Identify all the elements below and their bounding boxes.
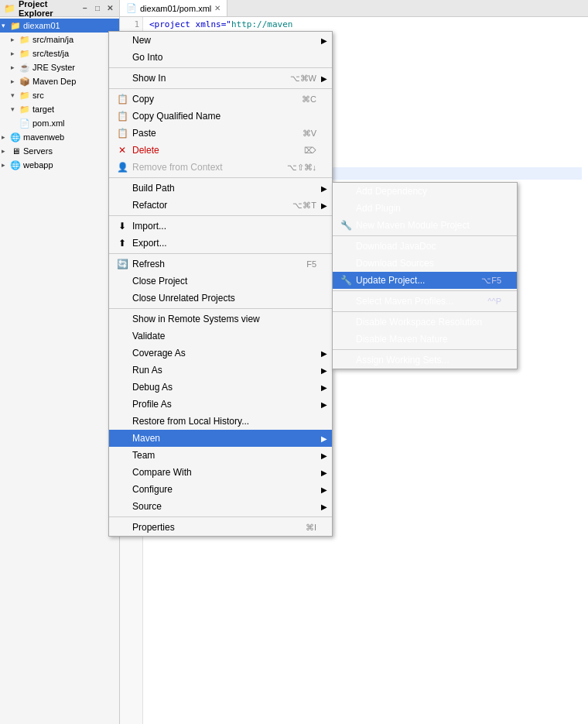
refactor-icon — [115, 199, 129, 211]
menu-item-copy-qualified[interactable]: 📋 Copy Qualified Name — [109, 108, 332, 125]
project-explorer-title: Project Explorer — [19, 0, 77, 18]
tree-item-servers[interactable]: ▸ 🖥 Servers — [0, 144, 119, 158]
menu-item-refactor[interactable]: Refactor ⌥⌘T ▶ — [109, 197, 332, 214]
tree-item-webapp[interactable]: ▸ 🌐 webapp — [0, 158, 119, 172]
menu-item-compare-with[interactable]: Compare With ▶ — [109, 464, 332, 481]
menu-item-label: Remove from Context — [132, 162, 272, 173]
tree-item-pom[interactable]: 📄 pom.xml — [0, 116, 119, 130]
menu-item-label: Maven — [132, 433, 316, 444]
menu-item-maven[interactable]: Maven ▶ Add Dependency Add Plugin 🔧 New … — [109, 430, 332, 447]
remove-context-icon: 👤 — [115, 161, 129, 173]
menu-separator — [109, 177, 332, 178]
tree-arrow: ▸ — [11, 77, 19, 85]
tree-item-label: diexam01 — [23, 21, 60, 30]
submenu-arrow: ▶ — [321, 434, 327, 443]
menu-item-label: Build Path — [132, 183, 316, 194]
submenu-select-profiles[interactable]: Select Maven Profiles... ^^P — [333, 293, 517, 310]
submenu-download-javadoc[interactable]: Download JavaDoc — [333, 238, 517, 255]
jre-icon: ☕ — [19, 61, 31, 74]
menu-item-label: Add Dependency — [356, 186, 501, 197]
menu-item-label: Show in Remote Systems view — [132, 314, 316, 324]
tree-item-label: mavenweb — [23, 132, 64, 142]
menu-item-coverage-as[interactable]: Coverage As ▶ — [109, 345, 332, 362]
tree-item-label: src/test/ja — [32, 49, 69, 58]
tree-item-diexam01[interactable]: ▾ 📁 diexam01 — [0, 19, 119, 33]
tree-item-src[interactable]: ▾ 📁 src — [0, 88, 119, 102]
submenu-disable-maven[interactable]: Disable Maven Nature — [333, 331, 517, 348]
menu-item-copy[interactable]: 📋 Copy ⌘C — [109, 91, 332, 108]
tree-item-src-test[interactable]: ▸ 📁 src/test/ja — [0, 46, 119, 60]
minimize-button[interactable]: − — [80, 3, 91, 14]
menu-item-close-project[interactable]: Close Project — [109, 273, 332, 290]
menu-item-debug-as[interactable]: Debug As ▶ — [109, 379, 332, 396]
menu-item-configure[interactable]: Configure ▶ — [109, 481, 332, 498]
menu-item-close-unrelated[interactable]: Close Unrelated Projects — [109, 290, 332, 307]
tree-arrow: ▾ — [11, 105, 19, 113]
tree-item-jre[interactable]: ▸ ☕ JRE Syster — [0, 60, 119, 74]
submenu-new-maven-module[interactable]: 🔧 New Maven Module Project — [333, 217, 517, 234]
disable-workspace-icon — [339, 316, 353, 328]
tree-arrow: ▾ — [11, 91, 19, 99]
menu-item-source[interactable]: Source ▶ — [109, 498, 332, 515]
submenu-download-sources[interactable]: Download Sources — [333, 255, 517, 272]
menu-separator — [333, 235, 517, 236]
menu-item-restore-local[interactable]: Restore from Local History... — [109, 413, 332, 430]
submenu-add-plugin[interactable]: Add Plugin — [333, 200, 517, 217]
tree-item-label: JRE Syster — [32, 63, 75, 72]
submenu-update-project[interactable]: 🔧 Update Project... ⌥F5 — [333, 272, 517, 289]
import-icon: ⬇ — [115, 220, 129, 232]
maven-menu-icon — [115, 432, 129, 444]
menu-item-label: Assign Working Sets... — [356, 355, 501, 365]
submenu-arrow: ▶ — [321, 486, 327, 494]
tree-item-label: src/main/ja — [32, 35, 74, 44]
menu-item-shortcut: F5 — [306, 259, 316, 269]
maximize-button[interactable]: □ — [92, 3, 103, 14]
menu-item-team[interactable]: Team ▶ — [109, 447, 332, 464]
export-icon: ⬆ — [115, 237, 129, 249]
menu-item-properties[interactable]: Properties ⌘I — [109, 519, 332, 536]
menu-item-go-into[interactable]: Go Into — [109, 49, 332, 66]
menu-item-refresh[interactable]: 🔄 Refresh F5 — [109, 256, 332, 273]
menu-item-new[interactable]: New ▶ — [109, 32, 332, 49]
debug-icon — [115, 381, 129, 393]
close-panel-button[interactable]: ✕ — [104, 3, 115, 14]
web-icon: 🌐 — [9, 159, 22, 171]
update-project-icon: 🔧 — [339, 274, 353, 287]
tree-item-label: webapp — [23, 160, 53, 170]
menu-item-shortcut: ⌥⇧⌘↓ — [287, 163, 317, 173]
tree-item-target[interactable]: ▾ 📁 target — [0, 102, 119, 116]
menu-item-export[interactable]: ⬆ Export... — [109, 235, 332, 252]
submenu-disable-workspace[interactable]: Disable Workspace Resolution — [333, 314, 517, 331]
menu-item-label: Select Maven Profiles... — [356, 296, 472, 307]
menu-item-label: Validate — [132, 331, 316, 341]
folder-icon: 📁 — [19, 103, 31, 115]
tree-item-maven-dep[interactable]: ▸ 📦 Maven Dep — [0, 74, 119, 88]
submenu-arrow: ▶ — [321, 201, 327, 210]
submenu-add-dependency[interactable]: Add Dependency — [333, 183, 517, 200]
menu-item-profile-as[interactable]: Profile As ▶ — [109, 396, 332, 413]
submenu-assign-working-sets[interactable]: Assign Working Sets... — [333, 352, 517, 369]
submenu-arrow: ▶ — [321, 36, 327, 45]
download-javadoc-icon — [339, 240, 353, 252]
menu-item-build-path[interactable]: Build Path ▶ — [109, 180, 332, 197]
tree-item-mavenweb[interactable]: ▸ 🌐 mavenweb — [0, 130, 119, 144]
submenu-arrow: ▶ — [321, 400, 327, 409]
select-profiles-icon — [339, 295, 353, 307]
source-icon — [115, 500, 129, 513]
tree-item-label: target — [32, 105, 54, 114]
paste-icon: 📋 — [115, 127, 129, 139]
tree-item-src-main[interactable]: ▸ 📁 src/main/ja — [0, 33, 119, 46]
copy-icon: 📋 — [115, 93, 129, 105]
menu-item-run-as[interactable]: Run As ▶ — [109, 362, 332, 379]
menu-item-paste[interactable]: 📋 Paste ⌘V — [109, 125, 332, 142]
menu-item-show-remote[interactable]: Show in Remote Systems view — [109, 311, 332, 328]
menu-item-show-in[interactable]: Show In ⌥⌘W ▶ — [109, 70, 332, 87]
menu-item-import[interactable]: ⬇ Import... — [109, 218, 332, 235]
tab-close-icon[interactable]: ✕ — [214, 4, 220, 12]
menu-item-validate[interactable]: Validate — [109, 328, 332, 345]
menu-item-label: Show In — [132, 73, 275, 84]
show-in-icon — [115, 72, 129, 84]
menu-item-label: New Maven Module Project — [356, 220, 501, 231]
menu-item-delete[interactable]: ✕ Delete ⌦ — [109, 142, 332, 159]
editor-tab-pom[interactable]: 📄 diexam01/pom.xml ✕ — [120, 0, 227, 16]
